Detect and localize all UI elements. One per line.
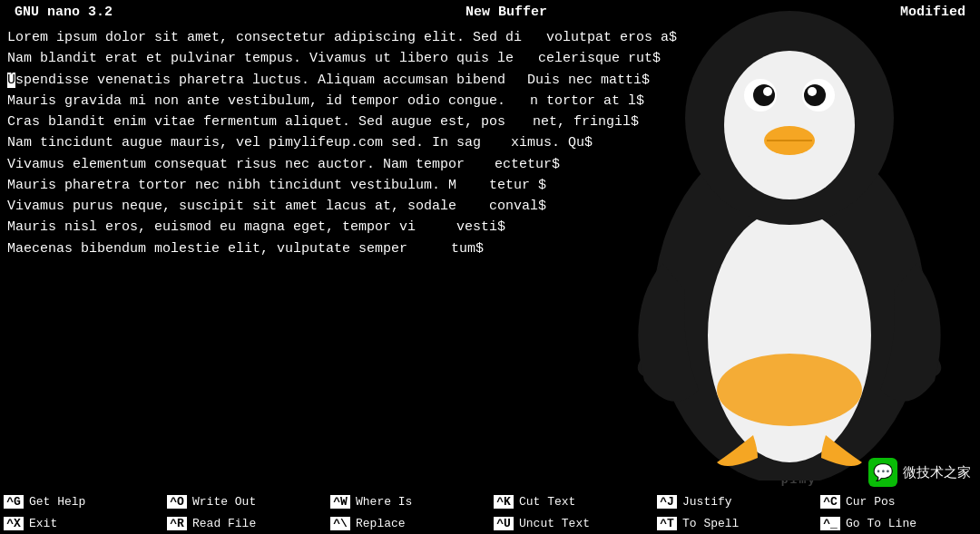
title-bar: GNU nano 3.2 New Buffer Modified bbox=[0, 0, 980, 24]
status-label: Replace bbox=[352, 517, 406, 530]
watermark: pimy bbox=[781, 473, 817, 487]
editor-line: Vivamus purus neque, suscipit sit amet l… bbox=[7, 196, 973, 217]
status-key: ^O bbox=[167, 495, 187, 509]
status-label: Where Is bbox=[352, 495, 412, 509]
wechat-text: 微技术之家 bbox=[903, 464, 971, 481]
wechat-icon-symbol: 💬 bbox=[873, 462, 893, 482]
status-key: ^_ bbox=[820, 517, 840, 530]
editor-line: Mauris nisl eros, euismod eu magna eget,… bbox=[7, 217, 973, 238]
editor-line: Nam tincidunt augue mauris, vel pimylife… bbox=[7, 132, 973, 153]
status-item[interactable]: ^XExit bbox=[0, 517, 163, 530]
status-key: ^K bbox=[494, 495, 514, 509]
status-line-2: ^XExit^RRead File^\Replace^UUncut Text^T… bbox=[0, 512, 980, 534]
wechat-icon: 💬 bbox=[868, 458, 897, 487]
status-label: Justify bbox=[679, 495, 732, 509]
status-key: ^J bbox=[657, 495, 677, 509]
status-key: ^W bbox=[330, 495, 350, 509]
status-label: Write Out bbox=[189, 495, 256, 509]
title-center: New Buffer bbox=[466, 5, 547, 20]
status-item[interactable]: ^CCur Pos bbox=[817, 495, 980, 509]
status-key: ^\ bbox=[330, 517, 350, 530]
status-key: ^G bbox=[4, 495, 24, 509]
status-label: Cut Text bbox=[515, 495, 575, 509]
status-item[interactable]: ^WWhere Is bbox=[327, 495, 490, 509]
editor-line: Maecenas bibendum molestie elit, vulputa… bbox=[7, 238, 973, 259]
status-key: ^C bbox=[820, 495, 840, 509]
editor-line: Vivamus elementum consequat risus nec au… bbox=[7, 154, 973, 175]
status-item[interactable]: ^UUncut Text bbox=[490, 517, 653, 530]
status-label: Exit bbox=[25, 517, 57, 530]
status-key: ^T bbox=[657, 517, 677, 530]
status-key: ^U bbox=[494, 517, 514, 530]
status-item[interactable]: ^\Replace bbox=[327, 517, 490, 530]
status-rows: ^GGet Help^OWrite Out^WWhere Is^KCut Tex… bbox=[0, 490, 980, 534]
status-bar: ^GGet Help^OWrite Out^WWhere Is^KCut Tex… bbox=[0, 490, 980, 534]
status-key: ^R bbox=[167, 517, 187, 530]
status-item[interactable]: ^RRead File bbox=[163, 517, 327, 530]
status-item[interactable]: ^GGet Help bbox=[0, 495, 163, 509]
status-item[interactable]: ^_Go To Line bbox=[817, 517, 980, 530]
editor-line: Úspendisse venenatis pharetra luctus. Al… bbox=[7, 70, 973, 91]
title-left: GNU nano 3.2 bbox=[15, 5, 113, 20]
editor-area[interactable]: Lorem ipsum dolor sit amet, consectetur … bbox=[0, 24, 980, 490]
status-key: ^X bbox=[4, 517, 24, 530]
status-label: Go To Line bbox=[842, 517, 916, 530]
cursor: Ú bbox=[7, 73, 15, 88]
status-label: Get Help bbox=[25, 495, 85, 509]
status-line-1: ^GGet Help^OWrite Out^WWhere Is^KCut Tex… bbox=[0, 490, 980, 512]
editor-line: Nam blandit erat et pulvinar tempus. Viv… bbox=[7, 48, 973, 69]
editor-line: Mauris gravida mi non ante vestibulum, i… bbox=[7, 91, 973, 112]
status-item[interactable]: ^OWrite Out bbox=[163, 495, 327, 509]
status-item[interactable]: ^JJustify bbox=[653, 495, 817, 509]
wechat-badge: 💬 微技术之家 bbox=[868, 458, 971, 487]
editor-line: Cras blandit enim vitae fermentum alique… bbox=[7, 112, 973, 132]
editor-line: Lorem ipsum dolor sit amet, consectetur … bbox=[7, 27, 973, 48]
status-label: Cur Pos bbox=[842, 495, 896, 509]
editor-line: Mauris pharetra tortor nec nibh tincidun… bbox=[7, 175, 973, 196]
status-item[interactable]: ^KCut Text bbox=[490, 495, 653, 509]
status-label: To Spell bbox=[679, 517, 739, 530]
status-label: Read File bbox=[189, 517, 256, 530]
status-label: Uncut Text bbox=[515, 517, 590, 530]
title-right: Modified bbox=[900, 5, 965, 20]
status-item[interactable]: ^TTo Spell bbox=[653, 517, 817, 530]
